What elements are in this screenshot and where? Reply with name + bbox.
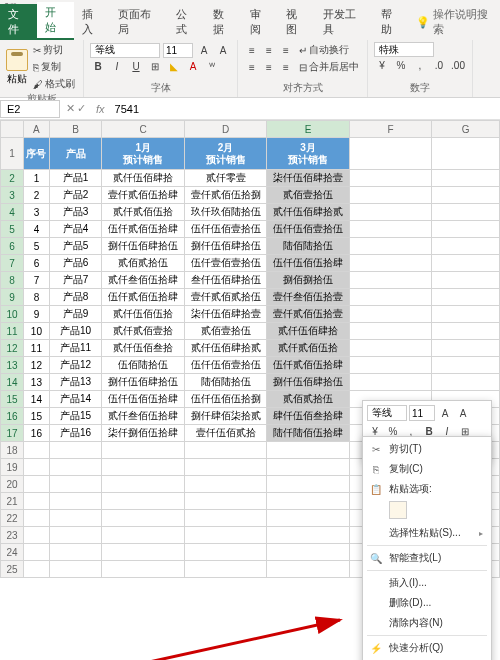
cell[interactable]: 产品16 [49, 425, 102, 442]
cell[interactable]: 贰仟伍佰伍拾 [102, 306, 184, 323]
align-right-icon[interactable]: ≡ [278, 59, 294, 75]
cell[interactable] [349, 138, 431, 170]
row-header-1[interactable]: 1 [1, 138, 24, 170]
cell[interactable] [102, 493, 184, 510]
cell[interactable]: 伍仟贰佰伍拾肆 [102, 289, 184, 306]
cell[interactable] [267, 561, 349, 578]
cell[interactable]: 贰佰贰拾伍 [267, 391, 349, 408]
cell[interactable]: 柒仟伍佰肆拾壹 [267, 170, 349, 187]
cell[interactable] [184, 459, 266, 476]
mini-decrease-font-icon[interactable]: A [455, 405, 471, 421]
cell[interactable] [184, 527, 266, 544]
row-header-20[interactable]: 20 [1, 476, 24, 493]
mini-font-select[interactable] [367, 405, 407, 421]
cell[interactable] [24, 459, 49, 476]
cell[interactable]: 伍仟伍佰伍拾捌 [184, 391, 266, 408]
comma-icon[interactable]: , [412, 57, 428, 73]
border-button[interactable]: ⊞ [147, 58, 163, 74]
row-header-9[interactable]: 9 [1, 289, 24, 306]
cell[interactable]: 壹仟伍佰贰拾 [184, 425, 266, 442]
cell[interactable] [432, 238, 500, 255]
cell[interactable]: 产品6 [49, 255, 102, 272]
cell[interactable]: 捌佰捌拾伍 [267, 272, 349, 289]
font-name-select[interactable] [90, 43, 160, 58]
cell[interactable]: 陆仟陆佰伍拾肆 [267, 425, 349, 442]
ctx-paste-special[interactable]: 选择性粘贴(S)... [363, 523, 491, 543]
cell[interactable] [349, 272, 431, 289]
row-header-24[interactable]: 24 [1, 544, 24, 561]
cell[interactable]: 贰佰壹拾伍 [267, 187, 349, 204]
tell-me[interactable]: 💡 操作说明搜索 [410, 4, 500, 40]
cell[interactable]: 壹仟贰佰伍拾肆 [102, 187, 184, 204]
row-header-8[interactable]: 8 [1, 272, 24, 289]
cell[interactable] [49, 459, 102, 476]
cell[interactable] [267, 476, 349, 493]
row-header-12[interactable]: 12 [1, 340, 24, 357]
cell[interactable]: 产品11 [49, 340, 102, 357]
cell[interactable] [184, 544, 266, 561]
row-header-16[interactable]: 16 [1, 408, 24, 425]
cell[interactable] [102, 459, 184, 476]
italic-button[interactable]: I [109, 58, 125, 74]
increase-decimal-icon[interactable]: .0 [431, 57, 447, 73]
cell[interactable] [432, 170, 500, 187]
font-color-button[interactable]: A [185, 58, 201, 74]
cell[interactable] [432, 138, 500, 170]
cell[interactable]: 壹仟叁佰伍拾壹 [267, 289, 349, 306]
cell[interactable]: 产品3 [49, 204, 102, 221]
row-header-23[interactable]: 23 [1, 527, 24, 544]
row-header-5[interactable]: 5 [1, 221, 24, 238]
col-header-D[interactable]: D [184, 121, 266, 138]
row-header-2[interactable]: 2 [1, 170, 24, 187]
cell[interactable] [102, 510, 184, 527]
font-size-select[interactable] [163, 43, 193, 58]
cell[interactable] [24, 493, 49, 510]
tab-file[interactable]: 文件 [0, 4, 37, 40]
cell[interactable] [432, 357, 500, 374]
cell[interactable]: 伍仟伍佰伍拾肆 [267, 255, 349, 272]
cell[interactable] [102, 544, 184, 561]
row-header-14[interactable]: 14 [1, 374, 24, 391]
row-header-11[interactable]: 11 [1, 323, 24, 340]
cell[interactable]: 12 [24, 357, 49, 374]
decrease-font-icon[interactable]: A [215, 42, 231, 58]
cell[interactable] [184, 510, 266, 527]
tab-review[interactable]: 审阅 [242, 4, 279, 40]
cell[interactable]: 8 [24, 289, 49, 306]
cell[interactable]: 捌仟伍佰肆拾伍 [267, 374, 349, 391]
cell[interactable]: 产品5 [49, 238, 102, 255]
cell[interactable]: 15 [24, 408, 49, 425]
cell[interactable] [267, 442, 349, 459]
row-header-18[interactable]: 18 [1, 442, 24, 459]
cell[interactable]: 产品8 [49, 289, 102, 306]
cell[interactable] [349, 221, 431, 238]
cell[interactable]: 产品13 [49, 374, 102, 391]
cell[interactable] [24, 527, 49, 544]
cell[interactable]: 柒仟伍佰肆拾壹 [184, 306, 266, 323]
cell[interactable]: 4 [24, 221, 49, 238]
cell[interactable]: 贰仟伍佰肆拾贰 [267, 204, 349, 221]
cell[interactable] [184, 493, 266, 510]
phonetic-button[interactable]: ᵂ [204, 58, 220, 74]
cell[interactable]: 伍仟伍佰壹拾伍 [184, 357, 266, 374]
cell[interactable] [49, 527, 102, 544]
cell[interactable] [432, 323, 500, 340]
cell[interactable]: 5 [24, 238, 49, 255]
currency-icon[interactable]: ¥ [374, 57, 390, 73]
cell[interactable]: 伍仟贰佰伍拾肆 [102, 221, 184, 238]
paste-button[interactable]: 粘贴 [6, 49, 28, 86]
cell[interactable]: 贰仟伍佰肆拾 [267, 323, 349, 340]
cell[interactable]: 壹仟贰佰伍拾捌 [184, 187, 266, 204]
format-painter-button[interactable]: 🖌格式刷 [31, 76, 77, 92]
header-m3[interactable]: 3月预计销售 [267, 138, 349, 170]
merge-center-button[interactable]: ⊟合并后居中 [297, 59, 361, 75]
cell[interactable]: 捌仟伍佰肆拾伍 [184, 238, 266, 255]
cell[interactable]: 14 [24, 391, 49, 408]
col-header-F[interactable]: F [349, 121, 431, 138]
row-header-22[interactable]: 22 [1, 510, 24, 527]
cell[interactable]: 捌仟伍佰肆拾伍 [102, 374, 184, 391]
cell[interactable] [24, 561, 49, 578]
row-header-10[interactable]: 10 [1, 306, 24, 323]
cell[interactable]: 2 [24, 187, 49, 204]
cell[interactable]: 9 [24, 306, 49, 323]
